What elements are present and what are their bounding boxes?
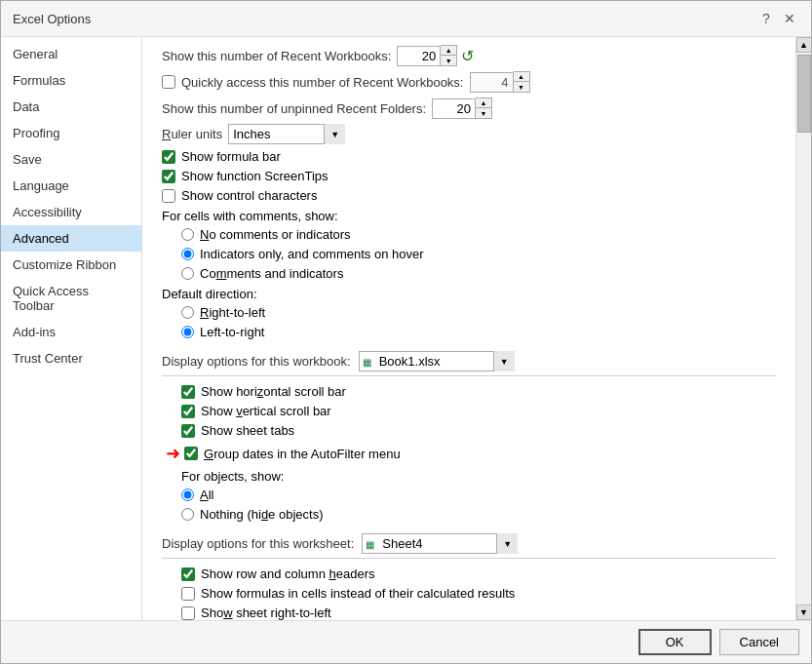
right-to-left-label: Right-to-left xyxy=(200,305,265,320)
comments-indicators-radio[interactable] xyxy=(181,267,194,280)
no-comments-label: No comments or indicators xyxy=(200,227,351,242)
recent-workbooks-spin-up[interactable]: ▲ xyxy=(441,46,456,56)
left-to-right-radio[interactable] xyxy=(181,326,194,338)
row-col-headers-checkbox[interactable] xyxy=(181,567,195,581)
display-worksheet-section: Display options for this worksheet: ▦ Sh… xyxy=(162,533,776,559)
indicators-only-label: Indicators only, and comments on hover xyxy=(200,247,424,261)
sidebar-item-customize-ribbon[interactable]: Customize Ribbon xyxy=(1,252,141,278)
sheet-tabs-checkbox[interactable] xyxy=(181,424,195,438)
left-to-right-label: Left-to-right xyxy=(200,325,264,339)
scroll-down-button[interactable]: ▼ xyxy=(796,605,812,620)
cancel-button[interactable]: Cancel xyxy=(719,629,799,655)
vertical-scrollbar-checkbox[interactable] xyxy=(181,405,195,418)
sidebar-item-save[interactable]: Save xyxy=(1,146,141,173)
dialog-footer: OK Cancel xyxy=(1,620,811,663)
scroll-thumb[interactable] xyxy=(797,55,811,133)
cells-comments-label: For cells with comments, show: xyxy=(162,209,338,223)
sheet-rtl-checkbox[interactable] xyxy=(181,606,195,620)
comments-indicators-row: Comments and indicators xyxy=(162,266,776,281)
right-to-left-row: Right-to-left xyxy=(162,305,776,320)
display-workbook-section: Display options for this workbook: ▦ Boo… xyxy=(162,351,776,376)
comments-indicators-label: Comments and indicators xyxy=(200,266,343,281)
recent-folders-spin-up[interactable]: ▲ xyxy=(476,98,491,108)
group-dates-label: Group dates in the AutoFilter menu xyxy=(204,447,401,461)
nothing-objects-radio[interactable] xyxy=(181,508,194,521)
function-screentips-checkbox[interactable] xyxy=(162,170,175,183)
sheet-tabs-row: Show sheet tabs xyxy=(162,423,776,438)
ruler-units-row: Ruler units Inches Centimeters Millimete… xyxy=(162,124,776,144)
vertical-scrollbar-label: Show vertical scroll bar xyxy=(201,404,331,418)
sidebar-item-general[interactable]: General xyxy=(1,41,141,67)
main-content: Show this number of Recent Workbooks: ▲ … xyxy=(142,37,795,620)
quickly-access-checkbox[interactable] xyxy=(162,75,175,89)
excel-options-dialog: Excel Options ? ✕ General Formulas Data … xyxy=(0,0,812,664)
recent-workbooks-input[interactable] xyxy=(397,46,441,66)
all-objects-radio[interactable] xyxy=(181,488,194,501)
default-direction-label: Default direction: xyxy=(162,287,257,301)
recent-folders-input[interactable] xyxy=(432,98,476,119)
nothing-objects-row: Nothing (hide objects) xyxy=(162,507,776,522)
sidebar-item-formulas[interactable]: Formulas xyxy=(1,67,141,94)
workbook-select[interactable]: Book1.xlsx xyxy=(359,351,515,371)
no-comments-radio[interactable] xyxy=(181,228,194,241)
show-formulas-label: Show formulas in cells instead of their … xyxy=(201,586,515,601)
main-inner: Show this number of Recent Workbooks: ▲ … xyxy=(142,37,795,620)
function-screentips-label: Show function ScreenTips xyxy=(181,169,329,183)
title-bar: Excel Options ? ✕ xyxy=(1,1,811,37)
quickly-access-row: Quickly access this number of Recent Wor… xyxy=(162,71,776,93)
control-chars-label: Show control characters xyxy=(181,188,317,203)
workbook-combo: ▦ Book1.xlsx ▼ xyxy=(359,351,515,371)
quickly-access-spin-down[interactable]: ▼ xyxy=(514,82,529,92)
title-bar-buttons: ? ✕ xyxy=(756,9,799,28)
sidebar-item-quick-access-toolbar[interactable]: Quick Access Toolbar xyxy=(1,278,141,319)
recent-workbooks-spinner-btns: ▲ ▼ xyxy=(441,45,457,66)
sheet-rtl-row: Show sheet right-to-left xyxy=(162,605,776,620)
quickly-access-spinner: ▲ ▼ xyxy=(470,71,530,93)
default-direction-section: Default direction: Right-to-left Left-to… xyxy=(162,287,776,339)
horizontal-scrollbar-label: Show horizontal scroll bar xyxy=(201,384,346,399)
formula-bar-checkbox[interactable] xyxy=(162,150,175,164)
close-button[interactable]: ✕ xyxy=(780,9,799,28)
control-chars-checkbox[interactable] xyxy=(162,189,175,203)
worksheet-combo: ▦ Sheet4 ▼ xyxy=(362,533,518,554)
recent-folders-spinner: ▲ ▼ xyxy=(432,98,492,119)
vertical-scrollbar-row: Show vertical scroll bar xyxy=(162,404,776,418)
recent-workbooks-icon: ↺ xyxy=(461,47,474,65)
quickly-access-spin-up[interactable]: ▲ xyxy=(514,72,529,82)
ruler-units-combo: Inches Centimeters Millimeters ▼ xyxy=(228,124,345,144)
sidebar-item-accessibility[interactable]: Accessibility xyxy=(1,199,141,225)
ok-button[interactable]: OK xyxy=(638,629,712,655)
recent-workbooks-spin-down[interactable]: ▼ xyxy=(441,56,456,65)
show-formulas-checkbox[interactable] xyxy=(181,587,195,601)
sidebar-item-add-ins[interactable]: Add-ins xyxy=(1,319,141,345)
sidebar-item-advanced[interactable]: Advanced xyxy=(1,225,141,252)
sidebar-item-trust-center[interactable]: Trust Center xyxy=(1,345,141,371)
left-to-right-row: Left-to-right xyxy=(162,325,776,339)
formula-bar-label: Show formula bar xyxy=(181,149,281,164)
display-workbook-header-label: Display options for this workbook: xyxy=(162,354,351,369)
for-objects-label: For objects, show: xyxy=(162,469,285,484)
arrow-indicator-icon: ➜ xyxy=(166,443,180,464)
horizontal-scrollbar-checkbox[interactable] xyxy=(181,385,195,399)
vertical-scrollbar: ▲ ▼ xyxy=(795,37,811,620)
worksheet-select[interactable]: Sheet4 xyxy=(362,533,518,554)
show-formulas-row: Show formulas in cells instead of their … xyxy=(162,586,776,601)
scroll-up-button[interactable]: ▲ xyxy=(796,37,812,53)
recent-folders-spin-down[interactable]: ▼ xyxy=(476,108,491,118)
ruler-units-select[interactable]: Inches Centimeters Millimeters xyxy=(228,124,345,144)
sidebar-item-language[interactable]: Language xyxy=(1,173,141,199)
sidebar-item-proofing[interactable]: Proofing xyxy=(1,120,141,146)
recent-workbooks-label: Show this number of Recent Workbooks: xyxy=(162,49,391,63)
indicators-only-radio[interactable] xyxy=(181,248,194,260)
sheet-rtl-label: Show sheet right-to-left xyxy=(201,605,331,620)
dialog-title: Excel Options xyxy=(13,12,91,26)
quickly-access-spinner-btns: ▲ ▼ xyxy=(514,71,530,93)
group-dates-checkbox[interactable] xyxy=(184,447,198,460)
sidebar-item-data[interactable]: Data xyxy=(1,94,141,120)
right-to-left-radio[interactable] xyxy=(181,306,194,319)
group-dates-row: ➜ Group dates in the AutoFilter menu xyxy=(162,443,776,464)
quickly-access-label: Quickly access this number of Recent Wor… xyxy=(181,75,464,90)
sidebar: General Formulas Data Proofing Save Lang… xyxy=(1,37,142,620)
help-button[interactable]: ? xyxy=(756,9,776,28)
quickly-access-input[interactable] xyxy=(470,72,514,93)
